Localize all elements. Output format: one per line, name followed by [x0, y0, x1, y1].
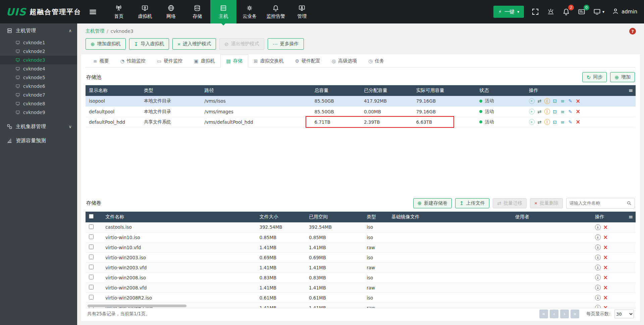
- row-checkbox[interactable]: [89, 234, 94, 239]
- storage-volume-row[interactable]: virtio-win2008R2.iso 0.61MB 0.61MB iso ↓…: [86, 293, 636, 303]
- next-page-button[interactable]: ›: [560, 310, 569, 318]
- search-icon[interactable]: [627, 201, 632, 206]
- sidebar-section-host-management[interactable]: 主机管理 ∧: [0, 23, 77, 38]
- row-checkbox[interactable]: [89, 285, 94, 289]
- delete-pool-button[interactable]: ×: [575, 98, 581, 104]
- sidebar-item-capacity-forecast[interactable]: 资源容量预测: [0, 133, 77, 148]
- upload-file-button[interactable]: ↥ 上传文件: [455, 198, 489, 208]
- row-checkbox[interactable]: [89, 255, 94, 259]
- hamburger-menu-icon[interactable]: ≡: [89, 7, 97, 17]
- task-panel-button[interactable]: 0: [578, 8, 586, 16]
- row-checkbox[interactable]: [89, 265, 94, 269]
- format-pool-button[interactable]: ⊡: [552, 119, 558, 125]
- row-checkbox[interactable]: [89, 275, 94, 279]
- sidebar-item-host[interactable]: cvknode1: [0, 38, 77, 47]
- prev-page-button[interactable]: ‹: [550, 310, 558, 318]
- pool-detail-button[interactable]: ≡: [560, 119, 566, 125]
- user-menu[interactable]: admin: [612, 7, 637, 16]
- add-vm-button[interactable]: ⊕ 增加虚拟机: [86, 38, 126, 50]
- row-checkbox[interactable]: [89, 245, 94, 249]
- sidebar-item-host[interactable]: cvknode7: [0, 91, 77, 99]
- delete-file-button[interactable]: ×: [603, 255, 608, 260]
- delete-file-button[interactable]: ×: [603, 265, 608, 270]
- onekey-button[interactable]: ⚡ 一键 ▾: [493, 6, 524, 18]
- storage-volume-row[interactable]: virtio-win2003.vfd 1.41MB 1.41MB raw ↓ ×: [86, 263, 636, 273]
- storage-pool-row[interactable]: defaultpool 本地文件目录 /vms/images 85.50GB 0…: [86, 106, 636, 117]
- migrate-pool-button[interactable]: ⇄: [537, 119, 542, 125]
- tab[interactable]: ◔ 性能监控: [115, 54, 151, 67]
- first-page-button[interactable]: «: [539, 310, 548, 318]
- edit-pool-button[interactable]: ✎: [568, 98, 573, 104]
- last-page-button[interactable]: »: [571, 310, 579, 318]
- download-file-button[interactable]: ↓: [595, 295, 601, 301]
- delete-file-button[interactable]: ×: [603, 305, 608, 308]
- tab[interactable]: ▤ 存储: [220, 54, 248, 67]
- delete-pool-button[interactable]: ×: [575, 109, 581, 114]
- nav-item-vm[interactable]: 虚拟机: [132, 0, 158, 23]
- storage-volume-row[interactable]: virtio-win2008.vfd 1.41MB 1.41MB raw ↓ ×: [86, 283, 636, 293]
- per-page-select[interactable]: 30: [614, 310, 634, 318]
- storage-pool-row[interactable]: defaultPool_hdd 共享文件系统 /vms/defaultPool_…: [86, 117, 636, 127]
- sidebar-item-host[interactable]: cvknode5: [0, 73, 77, 82]
- pause-pool-button[interactable]: ‖: [544, 98, 550, 104]
- file-search-input[interactable]: [570, 201, 625, 206]
- download-file-button[interactable]: ↓: [595, 245, 601, 250]
- nav-item-management[interactable]: 管理: [289, 0, 315, 23]
- nav-item-storage[interactable]: 存储: [184, 0, 210, 23]
- storage-volume-row[interactable]: virtio-win2008.iso 0.83MB 0.83MB iso ↓ ×: [86, 273, 636, 283]
- sidebar-item-host[interactable]: cvknode4: [0, 64, 77, 73]
- migrate-pool-button[interactable]: ⇄: [537, 109, 542, 114]
- edit-pool-button[interactable]: ✎: [568, 119, 573, 125]
- format-pool-button[interactable]: ⊡: [552, 109, 558, 114]
- start-pool-button[interactable]: ▶: [529, 109, 535, 114]
- horizontal-scrollbar-thumb[interactable]: [88, 305, 186, 307]
- edit-pool-button[interactable]: ✎: [568, 109, 573, 114]
- storage-volume-row[interactable]: castools.iso 392.54MB 392.54MB iso ↓ ×: [86, 222, 636, 232]
- tab[interactable]: ▭ 硬件监控: [151, 54, 188, 67]
- storage-pool-row[interactable]: isopool 本地文件目录 /vms/isos 85.50GB 417.92M…: [86, 96, 636, 106]
- row-checkbox[interactable]: [89, 295, 94, 300]
- download-file-button[interactable]: ↓: [595, 285, 601, 290]
- sidebar-item-host[interactable]: cvknode9: [0, 108, 77, 117]
- tab[interactable]: ⊞ 虚拟交换机: [248, 54, 289, 67]
- delete-file-button[interactable]: ×: [603, 295, 608, 301]
- sync-button[interactable]: ↻ 同步: [582, 72, 607, 82]
- enter-maintenance-button[interactable]: × 进入维护模式: [172, 38, 216, 50]
- tab[interactable]: ▣ 虚拟机: [188, 54, 220, 67]
- download-file-button[interactable]: ↓: [595, 305, 601, 308]
- download-file-button[interactable]: ↓: [595, 275, 601, 280]
- nav-item-cloud-service[interactable]: 云业务: [236, 0, 263, 23]
- delete-file-button[interactable]: ×: [603, 234, 608, 240]
- row-checkbox[interactable]: [89, 224, 94, 229]
- download-file-button[interactable]: ↓: [595, 224, 601, 230]
- tab[interactable]: ≡ 概要: [88, 54, 115, 67]
- column-config-icon[interactable]: ≡: [629, 212, 633, 222]
- tab[interactable]: ◷ 任务: [363, 54, 390, 67]
- add-pool-button[interactable]: ⊕ 增加: [610, 72, 635, 82]
- more-actions-button[interactable]: ⋯ 更多操作: [268, 38, 304, 50]
- tab[interactable]: ◎ 高级选项: [326, 54, 363, 67]
- migrate-pool-button[interactable]: ⇄: [537, 98, 542, 104]
- select-all-checkbox[interactable]: [89, 214, 94, 219]
- pause-pool-button[interactable]: ‖: [544, 109, 550, 114]
- sidebar-item-host[interactable]: cvknode6: [0, 82, 77, 91]
- alarm-bell-button[interactable]: 2: [562, 8, 570, 16]
- download-file-button[interactable]: ↓: [595, 265, 601, 270]
- nav-item-monitor-alarm[interactable]: 监控告警: [263, 0, 289, 23]
- import-vm-button[interactable]: ↧ 导入虚拟机: [129, 38, 169, 50]
- delete-pool-button[interactable]: ×: [575, 119, 581, 125]
- patrol-light-button[interactable]: [547, 8, 555, 16]
- nav-item-network[interactable]: 网络: [158, 0, 184, 23]
- console-select-button[interactable]: ▾: [593, 8, 604, 16]
- breadcrumb-parent-link[interactable]: 主机管理: [86, 28, 104, 34]
- delete-file-button[interactable]: ×: [603, 285, 608, 290]
- download-file-button[interactable]: ↓: [595, 234, 601, 240]
- sidebar-item-host[interactable]: cvknode2: [0, 47, 77, 56]
- help-button[interactable]: ?: [629, 28, 636, 35]
- tab[interactable]: ⚙ 硬件配置: [289, 54, 326, 67]
- storage-volume-row[interactable]: virtio-win2003.iso 0.69MB 0.69MB iso ↓ ×: [86, 253, 636, 263]
- nav-item-home[interactable]: 首页: [106, 0, 132, 23]
- sidebar-item-host[interactable]: cvknode8: [0, 99, 77, 108]
- download-file-button[interactable]: ↓: [595, 255, 601, 260]
- storage-volume-row[interactable]: virtio-win10.iso 0.85MB 0.85MB iso ↓ ×: [86, 232, 636, 242]
